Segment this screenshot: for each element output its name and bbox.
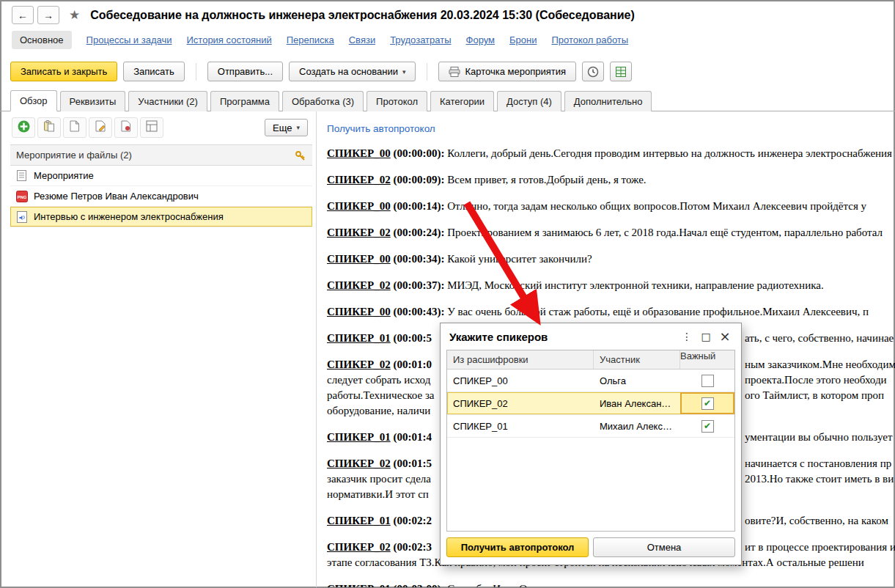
cell-important: ✔ (680, 392, 734, 414)
event-card-label: Карточка мероприятия (465, 66, 566, 77)
time-label: (00:00:24): (391, 227, 447, 238)
nav-link[interactable]: Процессы и задачи (86, 34, 172, 45)
list-item[interactable]: Интервью с инженером электроснабжения (10, 207, 312, 227)
transcript-text: заказчик просит сдела (327, 473, 431, 485)
history-button[interactable] (582, 62, 604, 81)
dialog-ok-button[interactable]: Получить автопротокол (446, 537, 589, 557)
tab-item[interactable]: Реквизиты (60, 91, 126, 111)
back-arrow-icon: ← (18, 10, 28, 21)
header-bar: ← → ★ Собеседование на должность инженер… (0, 0, 895, 27)
speaker-label: СПИКЕР_02 (327, 279, 391, 291)
time-label: (00:01:4 (391, 431, 432, 443)
get-autoprotocol-link[interactable]: Получить автопротокол (327, 123, 435, 134)
cell-speaker: СПИКЕР_02 (447, 392, 594, 414)
paste-button[interactable] (37, 117, 61, 138)
structure-button[interactable] (140, 117, 163, 138)
dialog-title: Укажите спикеров (449, 331, 675, 343)
tab-item[interactable]: Участники (2) (128, 91, 207, 111)
printer-icon (449, 67, 460, 77)
cell-important (680, 370, 734, 392)
tab-item[interactable]: Протокол (367, 91, 427, 111)
close-icon[interactable]: × (718, 331, 732, 342)
kebab-menu-icon[interactable]: ⋮ (679, 331, 694, 342)
tab-item[interactable]: Категории (430, 91, 494, 111)
transcript-text-tail: овите?И, собственно, на каком (745, 513, 888, 529)
key-icon (295, 150, 306, 161)
edit-file-button[interactable] (89, 117, 112, 138)
event-card-button[interactable]: Карточка мероприятия (438, 62, 576, 81)
transcript-entry: СПИКЕР_02 (00:00:09): Всем привет, я гот… (327, 172, 895, 188)
transcript-text: Отлично, тогда задам несколько общих воп… (447, 200, 866, 212)
important-checkbox[interactable]: ✔ (701, 420, 714, 433)
tab-active[interactable]: Обзор (10, 90, 57, 111)
list-item[interactable]: PNGРезюме Петров Иван Александрович (10, 186, 312, 207)
create-based-label: Создать на основании (299, 66, 398, 77)
list-item[interactable]: Мероприятие (10, 166, 312, 186)
favorite-star-icon[interactable]: ★ (69, 7, 80, 23)
transcript-entry: СПИКЕР_02 (00:00:37): МИЭД, Московский и… (327, 278, 895, 293)
time-label: (00:00:43): (391, 306, 447, 317)
nav-link[interactable]: Связи (349, 34, 375, 45)
list-item-label: Мероприятие (34, 170, 94, 181)
transcript-text: Какой университет закончили? (447, 253, 592, 265)
dialog-table-row[interactable]: СПИКЕР_01Михаил Алекс…✔ (447, 415, 734, 438)
save-close-button[interactable]: Записать и закрыть (10, 62, 117, 81)
tab-strip: ОбзорРеквизитыУчастники (2)ПрограммаОбра… (0, 89, 895, 111)
dialog-table-body: СПИКЕР_00ОльгаСПИКЕР_02Иван Алексан…✔СПИ… (447, 370, 734, 438)
section-nav: Основное Процессы и задачиИстория состоя… (0, 27, 895, 56)
save-button[interactable]: Записать (123, 62, 185, 81)
dialog-table-row[interactable]: СПИКЕР_02Иван Алексан…✔ (447, 392, 734, 415)
nav-link[interactable]: Брони (509, 34, 537, 45)
png-file-icon: PNG (15, 191, 28, 202)
clock-icon (587, 66, 599, 78)
transcript-text: Всем привет, я готов.Добрый день, я тоже… (447, 174, 646, 185)
new-file-button[interactable] (63, 117, 86, 138)
tab-item[interactable]: Дополнительно (564, 91, 652, 111)
cell-important: ✔ (680, 415, 734, 437)
nav-link[interactable]: Форум (466, 34, 496, 45)
tab-item[interactable]: Программа (210, 91, 279, 111)
command-bar: Записать и закрыть Записать Отправить...… (0, 56, 895, 89)
nav-link[interactable]: Протокол работы (551, 34, 628, 45)
transcript-text: работы.Техническое за (327, 389, 435, 401)
nav-link[interactable]: Трудозатраты (390, 34, 451, 45)
more-button[interactable]: Еще ▾ (265, 119, 308, 136)
time-label: (00:00:5 (391, 332, 432, 344)
nav-link[interactable]: История состояний (187, 34, 272, 45)
add-button[interactable] (12, 117, 35, 138)
speaker-label: СПИКЕР_02 (327, 541, 391, 553)
dialog-cancel-button[interactable]: Отмена (593, 537, 735, 557)
time-label: (00:00:37): (391, 279, 447, 291)
time-label: (00:00:00): (391, 147, 447, 159)
nav-link[interactable]: Переписка (287, 34, 334, 45)
tab-item[interactable]: Доступ (4) (497, 91, 561, 111)
speaker-label: СПИКЕР_02 (327, 359, 391, 370)
speaker-label: СПИКЕР_01 (327, 431, 391, 443)
back-button[interactable]: ← (12, 6, 34, 24)
time-label: (00:01:5 (391, 457, 432, 469)
transcript-text: Спасибо, Иван.О (447, 583, 527, 587)
pane-divider[interactable] (316, 111, 317, 587)
tab-item[interactable]: Обработка (3) (282, 91, 364, 111)
maximize-icon[interactable]: □ (699, 331, 713, 342)
transcript-text: оборудование, наличи (327, 405, 430, 416)
transcript-text-tail: ого Таймлист, в котором проп (745, 388, 884, 403)
nav-item-main[interactable]: Основное (12, 31, 72, 49)
dialog-table-row[interactable]: СПИКЕР_00Ольга (447, 370, 734, 392)
page-title: Собеседование на должность инженера элек… (90, 9, 635, 22)
sign-file-button[interactable] (114, 117, 138, 138)
add-icon (18, 120, 30, 136)
dialog-header: Укажите спикеров ⋮ □ × (441, 323, 741, 350)
forward-button[interactable]: → (37, 6, 59, 24)
column-header: Из расшифровки (447, 350, 594, 369)
list-header: Мероприятие и файлы (2) (10, 144, 312, 166)
related-table-button[interactable] (610, 62, 632, 81)
important-checkbox[interactable] (701, 375, 714, 387)
create-based-button[interactable]: Создать на основании ▾ (289, 62, 416, 81)
transcript-text-tail: проекта.После этого необходи (745, 372, 887, 388)
send-button[interactable]: Отправить... (207, 62, 283, 81)
important-checkbox[interactable]: ✔ (701, 397, 714, 410)
sign-file-icon (121, 120, 131, 135)
transcript-text: следует собрать исход (327, 374, 430, 386)
speaker-label: СПИКЕР_00 (327, 200, 391, 212)
